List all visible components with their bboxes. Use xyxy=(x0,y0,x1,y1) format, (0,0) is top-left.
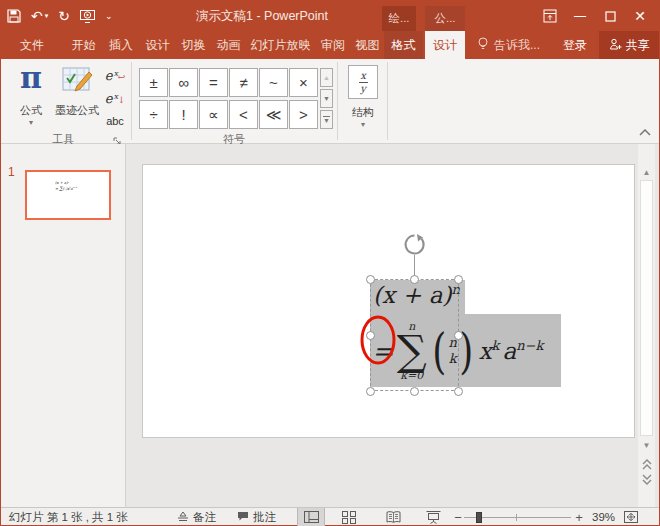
resize-handle-middle-right[interactable] xyxy=(454,331,463,340)
zoom-percentage[interactable]: 39% xyxy=(592,508,615,526)
slide-sorter-view-button[interactable] xyxy=(335,508,363,526)
slide-canvas[interactable]: (x + a)n = n ∑ k=0 ( n k ) xk xyxy=(142,164,635,438)
slideshow-view-button[interactable] xyxy=(419,508,447,526)
symbol-proportional[interactable]: ∝ xyxy=(199,100,228,129)
textbox-selection-border[interactable] xyxy=(370,279,459,391)
window-title: 演示文稿1 - PowerPoint xyxy=(196,1,376,31)
normal-view-button[interactable] xyxy=(297,508,325,526)
symbols-scroll-up-icon[interactable]: ▲ xyxy=(320,68,333,87)
window-controls: — ✕ xyxy=(535,1,655,31)
tab-insert[interactable]: 插入 xyxy=(103,31,139,59)
resize-handle-top-right[interactable] xyxy=(454,275,463,284)
professional-label: eˣ xyxy=(105,68,118,83)
symbol-infinity[interactable]: ∞ xyxy=(169,68,198,97)
tab-file[interactable]: 文件 xyxy=(13,31,51,59)
previous-slide-icon[interactable] xyxy=(639,457,654,471)
start-slideshow-icon[interactable] xyxy=(80,10,95,23)
resize-handle-top-left[interactable] xyxy=(366,275,375,284)
tab-design[interactable]: 设计 xyxy=(140,31,175,59)
tab-equation-design-active[interactable]: 设计 xyxy=(425,31,465,59)
powerpoint-window: ↶▾ ↻ ⌄ 演示文稿1 - PowerPoint 绘... 公... — ✕ … xyxy=(0,0,660,526)
share-button[interactable]: 共享 xyxy=(599,31,659,59)
resize-handle-bottom-middle[interactable] xyxy=(410,387,419,396)
scrollbar-thumb[interactable] xyxy=(640,180,653,436)
resize-handle-middle-left[interactable] xyxy=(366,331,375,340)
zoom-in-icon[interactable]: + xyxy=(573,508,585,526)
symbols-scroll-down-icon[interactable]: ▼ xyxy=(320,89,333,108)
resize-handle-bottom-right[interactable] xyxy=(454,387,463,396)
sign-in-button[interactable]: 登录 xyxy=(563,31,587,59)
symbol-equals[interactable]: = xyxy=(199,68,228,97)
symbol-factorial[interactable]: ! xyxy=(169,100,198,129)
rotate-handle-icon[interactable] xyxy=(403,233,426,260)
symbol-tilde[interactable]: ~ xyxy=(259,68,288,97)
redo-icon[interactable]: ↻ xyxy=(58,8,70,24)
status-bar: 幻灯片 第 1 张 , 共 1 张 备注 批注 − + xyxy=(1,507,659,525)
context-header-equation-tools: 公... xyxy=(425,6,465,31)
group-separator xyxy=(131,62,132,140)
scroll-up-icon[interactable]: ▲ xyxy=(639,165,654,179)
undo-icon[interactable]: ↶▾ xyxy=(31,8,48,24)
symbol-much-less[interactable]: ≪ xyxy=(259,100,288,129)
tell-me-box[interactable]: 告诉我... xyxy=(477,31,540,59)
tab-view[interactable]: 视图 xyxy=(351,31,384,59)
notes-button[interactable]: 备注 xyxy=(177,508,216,526)
fit-slide-to-window-icon[interactable] xyxy=(617,508,645,526)
linear-button[interactable]: eˣ↓ xyxy=(101,87,129,109)
scroll-down-icon[interactable]: ▼ xyxy=(639,438,654,452)
thumbnail-equation: (x + a)n = ∑(ⁿₖ)xkan−k xyxy=(55,181,77,191)
equation-dropdown-icon: ▾ xyxy=(7,118,55,127)
collapse-ribbon-icon[interactable] xyxy=(639,122,651,140)
tab-transitions[interactable]: 切换 xyxy=(176,31,211,59)
next-slide-icon[interactable] xyxy=(639,472,654,486)
save-icon[interactable] xyxy=(7,9,21,23)
symbol-less-than[interactable]: < xyxy=(229,100,258,129)
symbol-not-equal[interactable]: ≠ xyxy=(229,68,258,97)
group-separator xyxy=(387,62,388,140)
resize-handle-top-middle[interactable] xyxy=(410,275,419,284)
vertical-scrollbar[interactable]: ▲ ▼ xyxy=(638,144,655,507)
professional-button[interactable]: eˣ↩ xyxy=(101,64,129,86)
symbol-plus-minus[interactable]: ± xyxy=(139,68,168,97)
slide-editor-area: (x + a)n = n ∑ k=0 ( n k ) xk xyxy=(126,144,659,507)
maximize-button[interactable] xyxy=(595,1,625,31)
tab-slideshow[interactable]: 幻灯片放映 xyxy=(246,31,315,59)
ribbon-display-options-icon[interactable] xyxy=(535,1,565,31)
slide-number: 1 xyxy=(8,165,15,179)
close-button[interactable]: ✕ xyxy=(625,1,655,31)
share-label: 共享 xyxy=(626,37,650,54)
zoom-out-icon[interactable]: − xyxy=(452,508,464,526)
symbol-divide[interactable]: ÷ xyxy=(139,100,168,129)
symbol-times[interactable]: × xyxy=(289,68,318,97)
symbol-greater-than[interactable]: > xyxy=(289,100,318,129)
fraction-numerator: x xyxy=(360,71,366,81)
resize-handle-bottom-left[interactable] xyxy=(366,387,375,396)
zoom-slider-thumb[interactable] xyxy=(476,512,482,523)
pi-equation-icon: π xyxy=(11,61,51,95)
fraction-denominator: y xyxy=(360,84,366,94)
tell-me-label: 告诉我... xyxy=(494,37,540,54)
tab-drawing-format[interactable]: 格式 xyxy=(384,31,423,59)
ink-equation-icon xyxy=(61,64,93,100)
linear-label: eˣ xyxy=(105,91,118,106)
minimize-button[interactable]: — xyxy=(565,1,595,31)
symbols-more-icon[interactable]: ▼ xyxy=(320,110,333,129)
customize-qat-icon[interactable]: ⌄ xyxy=(105,11,113,21)
notes-icon xyxy=(177,511,189,524)
term-x-power-k: xk xyxy=(479,338,500,364)
linear-arrow-icon: ↓ xyxy=(118,95,126,105)
comments-button[interactable]: 批注 xyxy=(237,508,276,526)
reading-view-button[interactable] xyxy=(379,508,407,526)
tab-animations[interactable]: 动画 xyxy=(211,31,246,59)
normal-text-button[interactable]: abc xyxy=(101,110,129,132)
undo-dropdown-icon[interactable]: ▾ xyxy=(45,12,49,20)
tab-review[interactable]: 审阅 xyxy=(315,31,351,59)
term-a-power-n-minus-k: an−k xyxy=(503,338,544,364)
tab-home[interactable]: 开始 xyxy=(65,31,102,59)
slide-thumbnail-panel: 1 (x + a)n = ∑(ⁿₖ)xkan−k xyxy=(1,144,125,507)
structures-label: 结构 xyxy=(341,105,385,120)
professional-arrow-icon: ↩ xyxy=(118,72,126,82)
comments-label: 批注 xyxy=(253,510,276,525)
slide-thumbnail[interactable]: (x + a)n = ∑(ⁿₖ)xkan−k xyxy=(25,170,111,220)
slide-counter[interactable]: 幻灯片 第 1 张 , 共 1 张 xyxy=(9,508,128,526)
